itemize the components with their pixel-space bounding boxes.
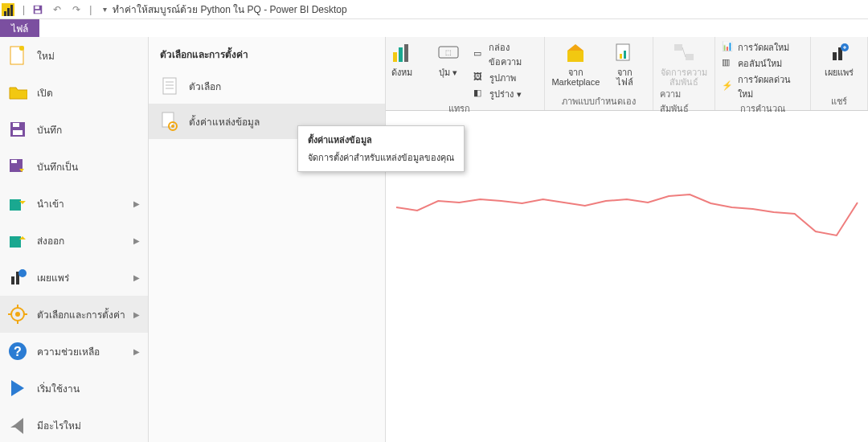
ribbon-group-share: เผยแพร่ แชร์: [811, 37, 868, 110]
file-menu-publish[interactable]: เผยแพร่▶: [0, 259, 148, 296]
file-menu-saveas[interactable]: บันทึกเป็น: [0, 148, 148, 185]
file-menu-help[interactable]: ?ความช่วยเหลือ▶: [0, 333, 148, 370]
quick-measure-icon: ⚡: [722, 80, 734, 93]
file-item-label: เริ่มใช้งาน: [37, 381, 80, 396]
custom-visual-new[interactable]: ด้งหม: [380, 40, 424, 77]
button-icon: ⬚: [436, 40, 461, 66]
chevron-right-icon: ▶: [133, 199, 140, 208]
save-button[interactable]: [30, 2, 46, 18]
separator: |: [89, 4, 92, 15]
svg-rect-10: [620, 54, 622, 59]
title-bar: | ↶ ↷ | ▾ ทำค่าให้สมบูรณ์ด้วย Python ใน …: [0, 0, 868, 19]
button-insert[interactable]: ⬚ ปุ่ม ▾: [427, 40, 470, 77]
marketplace-icon: [563, 40, 588, 66]
file-menu-getstarted[interactable]: เริ่มใช้งาน: [0, 370, 148, 407]
file-menu-options[interactable]: ตัวเลือกและการตั้งค่า▶: [0, 296, 148, 333]
svg-rect-8: [567, 51, 583, 62]
svg-rect-13: [686, 54, 694, 60]
file-item-label: บันทึกเป็น: [37, 159, 78, 174]
qat-dropdown[interactable]: ▾: [96, 2, 113, 18]
svg-rect-3: [393, 52, 397, 62]
quick-measure[interactable]: ⚡การวัดผลด่วนใหม่: [722, 72, 804, 101]
submenu-header: ตัวเลือกและการตั้งค่า: [149, 37, 385, 68]
submenu-options-doc[interactable]: ตัวเลือก: [149, 68, 385, 104]
svg-rect-9: [616, 44, 629, 60]
quick-access-toolbar: ↶ ↷: [30, 2, 84, 18]
file-menu-export[interactable]: ส่งออก▶: [0, 222, 148, 259]
measure-icon: 📊: [722, 41, 735, 54]
help-icon: ?: [8, 342, 27, 361]
file-item-label: ตัวเลือกและการตั้งค่า: [37, 307, 125, 322]
manage-relationships: จัดการความ สัมพันธ์: [661, 40, 707, 87]
file-menu-new[interactable]: ใหม่: [0, 37, 148, 74]
svg-rect-38: [163, 78, 176, 94]
shapes-icon: ◧: [473, 88, 486, 100]
export-icon: [8, 231, 27, 250]
options-submenu: ตัวเลือกและการตั้งค่า ตัวเลือกตั้งค่าแหล…: [149, 37, 386, 442]
tooltip: ตั้งค่าแหล่งข้อมูล จัดการตั้งค่าสำหรับแห…: [297, 125, 465, 172]
publish-button[interactable]: เผยแพร่: [817, 40, 861, 77]
column-icon: ▥: [722, 57, 735, 70]
ribbon-group-custom-visuals: จาก Marketplace จาก ไฟล์ ภาพแบบกำหนดเอง: [545, 37, 653, 110]
file-item-label: ใหม่: [37, 48, 55, 63]
svg-rect-22: [13, 130, 23, 135]
publish-icon: [826, 40, 852, 66]
svg-rect-27: [11, 276, 14, 284]
chevron-right-icon: ▶: [133, 347, 140, 356]
file-menu-open[interactable]: เปิด: [0, 74, 148, 111]
svg-line-14: [682, 47, 686, 57]
svg-point-19: [19, 46, 24, 51]
file-item-label: นำเข้า: [37, 196, 64, 211]
options-icon: [8, 305, 27, 324]
ribbon-tab-strip: ไฟล์: [0, 19, 868, 37]
svg-rect-11: [624, 51, 626, 59]
file-menu-save[interactable]: บันทึก: [0, 111, 148, 148]
svg-rect-1: [35, 6, 39, 9]
file-menu-whatsnew[interactable]: มีอะไรใหม่: [0, 407, 148, 442]
svg-text:⬚: ⬚: [445, 49, 452, 56]
saveas-icon: [8, 157, 27, 176]
import-icon: [8, 194, 27, 213]
ribbon-group-insert: ด้งหม ⬚ ปุ่ม ▾ ▭กล่องข้อความ 🖼รูปภาพ ◧รู…: [374, 37, 546, 110]
redo-button[interactable]: ↷: [68, 2, 84, 18]
chart-icon: [389, 40, 415, 66]
svg-rect-24: [11, 160, 17, 163]
chevron-right-icon: ▶: [133, 236, 140, 245]
new-icon: [8, 46, 27, 65]
tooltip-body: จัดการตั้งค่าสำหรับแหล่งข้อมูลของคุณ: [308, 150, 454, 165]
textbox-icon: ▭: [473, 48, 485, 61]
file-item-label: เปิด: [37, 85, 53, 100]
submenu-item-label: ตัวเลือก: [189, 79, 221, 94]
undo-button[interactable]: ↶: [49, 2, 65, 18]
chevron-right-icon: ▶: [133, 310, 140, 319]
publish-icon: [8, 268, 27, 287]
from-marketplace[interactable]: จาก Marketplace: [551, 40, 600, 87]
relationships-icon: [671, 40, 697, 66]
from-file[interactable]: จาก ไฟล์: [603, 40, 646, 87]
svg-point-31: [15, 312, 20, 317]
new-measure[interactable]: 📊การวัดผลใหม่: [722, 40, 804, 55]
tooltip-title: ตั้งค่าแหล่งข้อมูล: [308, 133, 454, 147]
chevron-right-icon: ▶: [133, 273, 140, 282]
file-item-label: เผยแพร่: [37, 270, 69, 285]
file-tab[interactable]: ไฟล์: [0, 19, 39, 37]
svg-rect-42: [162, 113, 174, 127]
open-icon: [8, 83, 27, 102]
file-visual-icon: [612, 40, 637, 66]
file-menu-import[interactable]: นำเข้า▶: [0, 185, 148, 222]
textbox-insert[interactable]: ▭กล่องข้อความ: [473, 40, 538, 69]
svg-rect-12: [674, 44, 682, 51]
shapes-insert[interactable]: ◧รูปร่าง ▾: [473, 87, 538, 101]
window-title: ทำค่าให้สมบูรณ์ด้วย Python ใน PQ - Power…: [113, 2, 346, 17]
new-column[interactable]: ▥คอลัมน์ใหม่: [722, 56, 804, 71]
svg-rect-21: [13, 123, 19, 127]
image-insert[interactable]: 🖼รูปภาพ: [473, 71, 538, 85]
svg-rect-26: [10, 236, 21, 248]
image-icon: 🖼: [473, 72, 486, 84]
svg-rect-25: [10, 199, 21, 211]
options-doc-icon: [160, 76, 179, 96]
submenu-item-label: ตั้งค่าแหล่งข้อมูล: [189, 114, 260, 129]
file-backstage-menu: ใหม่เปิดบันทึกบันทึกเป็นนำเข้า▶ส่งออก▶เผ…: [0, 37, 149, 442]
whatsnew-icon: [8, 415, 27, 435]
svg-point-44: [171, 125, 174, 128]
